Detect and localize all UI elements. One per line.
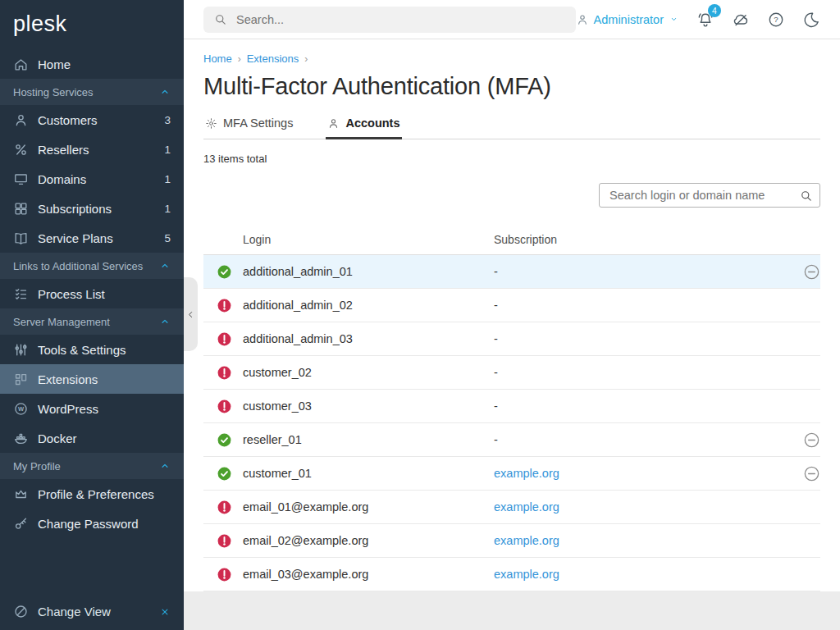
- change-view-button[interactable]: Change View: [0, 593, 184, 630]
- table-row[interactable]: additional_admin_02 -: [203, 289, 820, 322]
- moon-button[interactable]: [802, 11, 820, 29]
- tab-accounts[interactable]: Accounts: [326, 116, 401, 139]
- sidebar-item-label: Profile & Preferences: [38, 487, 154, 501]
- page-title: Multi-Factor Authentication (MFA): [203, 73, 820, 100]
- sidebar-item-count: 5: [164, 232, 171, 244]
- chevron-up-icon: [159, 460, 171, 472]
- check-circle-icon: [217, 466, 232, 482]
- sidebar-item-count: 3: [164, 114, 171, 126]
- domains-icon: [13, 171, 29, 187]
- home-icon: [13, 57, 29, 72]
- table-row[interactable]: customer_03 -: [203, 390, 820, 423]
- global-search[interactable]: [203, 7, 576, 33]
- breadcrumb: Home›Extensions›: [203, 39, 820, 65]
- table-row[interactable]: email_02@example.org example.org: [203, 524, 820, 558]
- sidebar-nav: HomeHosting ServicesCustomers3Resellers1…: [0, 49, 184, 593]
- table-row[interactable]: customer_01 example.org: [203, 457, 820, 491]
- table-row[interactable]: additional_admin_01 -: [203, 255, 820, 289]
- table-search-input[interactable]: [608, 188, 799, 203]
- help-button[interactable]: ?: [767, 11, 785, 29]
- bell-button[interactable]: 4: [696, 11, 714, 29]
- table-toolbar: [203, 183, 820, 208]
- search-icon[interactable]: [799, 189, 813, 203]
- sidebar-item-customers[interactable]: Customers3: [0, 105, 184, 135]
- table-row[interactable]: additional_admin_03 -: [203, 322, 820, 356]
- sidebar-item-subscriptions[interactable]: Subscriptions1: [0, 194, 184, 223]
- subscription-link[interactable]: example.org: [494, 568, 559, 581]
- close-icon[interactable]: [159, 606, 171, 618]
- global-search-input[interactable]: [235, 12, 566, 27]
- subscription-link[interactable]: example.org: [494, 534, 559, 547]
- sidebar-item-resellers[interactable]: Resellers1: [0, 135, 184, 164]
- sidebar-item-service-plans[interactable]: Service Plans5: [0, 223, 184, 253]
- subscription-column-header: Subscription: [494, 233, 774, 246]
- alert-circle-icon: [217, 567, 232, 582]
- table-search[interactable]: [599, 183, 820, 208]
- login-cell: additional_admin_02: [243, 299, 494, 312]
- tab-label: MFA Settings: [223, 116, 293, 130]
- subscription-link[interactable]: example.org: [494, 500, 559, 514]
- search-icon: [213, 12, 227, 26]
- plesk-logo-text: plesk: [13, 11, 67, 37]
- sidebar-item-label: Customers: [38, 113, 98, 127]
- sidebar-item-process-list[interactable]: Process List: [0, 279, 184, 308]
- login-cell: email_03@example.org: [243, 568, 494, 581]
- alert-circle-icon: [217, 533, 232, 549]
- subscriptions-icon: [13, 201, 29, 217]
- user-menu[interactable]: Administrator: [576, 13, 679, 26]
- table-row[interactable]: customer_02 -: [203, 356, 820, 390]
- alert-circle-icon: [217, 365, 232, 381]
- wordpress-icon: W: [13, 401, 29, 417]
- table-row[interactable]: email_03@example.org example.org: [203, 558, 820, 591]
- sidebar-item-wordpress[interactable]: WWordPress: [0, 394, 184, 423]
- sidebar-section-label: My Profile: [13, 460, 61, 472]
- sidebar-section-hosting-services[interactable]: Hosting Services: [0, 79, 184, 105]
- sidebar-item-docker[interactable]: Docker: [0, 423, 184, 453]
- sidebar-item-extensions[interactable]: Extensions: [0, 364, 184, 394]
- login-cell: email_01@example.org: [243, 500, 494, 514]
- customers-icon: [13, 112, 29, 128]
- table-row[interactable]: reseller_01 -: [203, 423, 820, 457]
- sidebar-collapse-handle[interactable]: [184, 277, 198, 351]
- topbar-icon-buttons: 4?: [696, 11, 820, 29]
- sidebar-item-home[interactable]: Home: [0, 49, 184, 79]
- disable-mfa-button[interactable]: [803, 465, 820, 482]
- alert-circle-icon: [217, 399, 232, 414]
- sidebar-item-label: Subscriptions: [38, 202, 112, 216]
- sidebar-item-count: 1: [164, 144, 171, 156]
- moon-icon: [802, 11, 820, 29]
- login-cell: email_02@example.org: [243, 534, 494, 547]
- subscription-value: -: [494, 332, 498, 345]
- caret-down-icon: [669, 14, 679, 25]
- cloud-button[interactable]: [732, 11, 750, 29]
- login-cell: additional_admin_03: [243, 332, 494, 345]
- breadcrumb-separator: ›: [304, 53, 308, 65]
- sidebar-item-change-password[interactable]: Change Password: [0, 509, 184, 538]
- user-label: Administrator: [594, 13, 664, 26]
- tab-label: Accounts: [345, 116, 399, 130]
- subscription-link[interactable]: example.org: [494, 467, 559, 480]
- cloud-icon: [732, 11, 750, 29]
- sidebar-section-label: Hosting Services: [13, 86, 94, 98]
- page-content: Home›Extensions› Multi-Factor Authentica…: [184, 39, 840, 591]
- sidebar-section-links-to-additional-services[interactable]: Links to Additional Services: [0, 253, 184, 279]
- sidebar-item-profile-preferences[interactable]: Profile & Preferences: [0, 479, 184, 509]
- sidebar-item-domains[interactable]: Domains1: [0, 164, 184, 194]
- svg-text:?: ?: [774, 15, 778, 24]
- tab-mfa-settings[interactable]: MFA Settings: [203, 116, 294, 139]
- sidebar-item-label: Home: [38, 57, 71, 71]
- sidebar-item-label: Process List: [38, 287, 105, 301]
- breadcrumb-link-home[interactable]: Home: [203, 52, 232, 65]
- breadcrumb-link-extensions[interactable]: Extensions: [247, 52, 299, 65]
- sidebar-item-tools-settings[interactable]: Tools & Settings: [0, 335, 184, 364]
- table-row[interactable]: email_01@example.org example.org: [203, 491, 820, 524]
- plesk-logo[interactable]: plesk: [0, 0, 184, 44]
- disable-mfa-button[interactable]: [803, 263, 820, 281]
- sidebar-section-server-management[interactable]: Server Management: [0, 308, 184, 335]
- sidebar-section-my-profile[interactable]: My Profile: [0, 453, 184, 479]
- resellers-icon: [13, 142, 29, 158]
- check-circle-icon: [217, 264, 232, 280]
- service-plans-icon: [13, 231, 29, 246]
- disable-mfa-button[interactable]: [803, 431, 820, 449]
- person-icon: [576, 13, 589, 26]
